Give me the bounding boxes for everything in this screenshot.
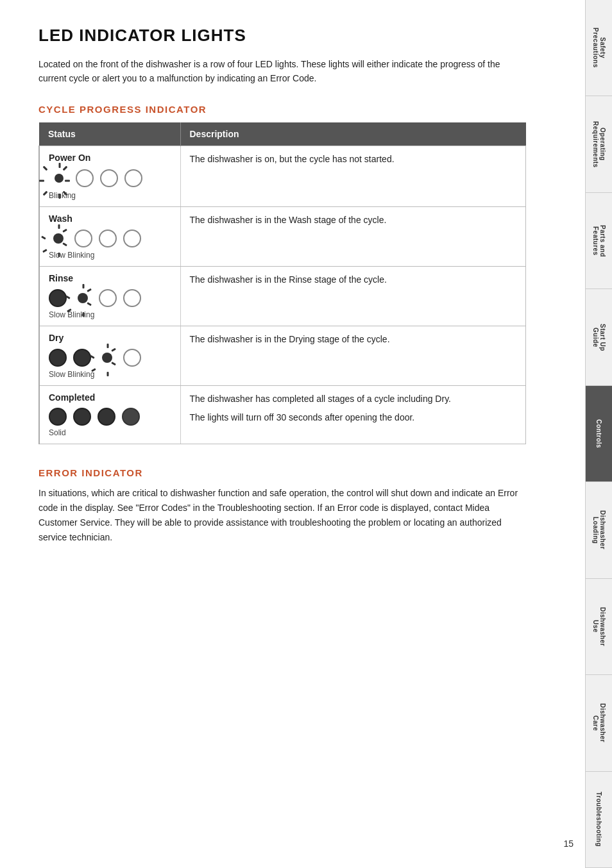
sidebar-tab-troubleshooting[interactable]: Troubleshooting	[585, 772, 612, 868]
led-circle-on	[73, 408, 91, 426]
cycle-section: CYCLE PROGRESS INDICATOR Status Descript…	[38, 104, 526, 444]
table-row: Dry	[39, 326, 526, 385]
intro-text: Located on the front of the dishwasher i…	[38, 57, 526, 86]
sidebar-tab-use-label: DishwasherUse	[592, 607, 606, 646]
col-status-header: Status	[39, 122, 180, 146]
led-circle-off	[74, 230, 92, 247]
sidebar-tab-care-label: DishwasherCare	[592, 703, 606, 742]
sidebar-tab-controls[interactable]: Controls	[585, 386, 612, 482]
cycle-heading: CYCLE PROGRESS INDICATOR	[38, 104, 526, 115]
led-circle-off	[123, 289, 141, 307]
lights-row-completed	[49, 408, 171, 426]
led-slow-blink	[73, 288, 92, 308]
description-cell-wash: The dishwasher is in the Wash stage of t…	[180, 206, 526, 266]
col-description-header: Description	[180, 122, 526, 146]
description-text: The dishwasher is in the Drying stage of…	[190, 333, 517, 347]
led-circle-on	[49, 289, 67, 307]
error-text: In situations, which are critical to dis…	[38, 486, 526, 545]
table-row: Wash	[39, 206, 526, 266]
led-circle-on	[73, 349, 91, 367]
light-label: Slow Blinking	[49, 370, 171, 379]
status-cell-power-on: Power On	[39, 146, 180, 206]
led-circle-off	[122, 408, 140, 426]
status-cell-rinse: Rinse	[39, 266, 180, 326]
sidebar-tab-parts[interactable]: Parts andFeatures	[585, 193, 612, 289]
sidebar-tab-startup-label: Start UpGuide	[592, 324, 606, 351]
description-cell-dry: The dishwasher is in the Drying stage of…	[180, 326, 526, 385]
lights-row-power-on	[49, 168, 171, 188]
sidebar-tab-parts-label: Parts andFeatures	[592, 225, 606, 257]
error-section: ERROR INDICATOR In situations, which are…	[38, 467, 526, 545]
led-circle-off	[99, 230, 117, 247]
indicator-table: Status Description Power On	[38, 122, 526, 444]
page-title: LED INDICATOR LIGHTS	[38, 26, 526, 46]
led-circle-off	[124, 169, 142, 187]
description-cell-rinse: The dishwasher is in the Rinse stage of …	[180, 266, 526, 326]
lights-row-rinse	[49, 288, 171, 308]
sidebar-tab-controls-label: Controls	[595, 419, 602, 448]
table-row: Power On	[39, 146, 526, 206]
description-cell-power-on: The dishwasher is on, but the cycle has …	[180, 146, 526, 206]
sidebar-tab-troubleshooting-label: Troubleshooting	[595, 792, 602, 847]
table-row: Rinse	[39, 266, 526, 326]
light-label: Slow Blinking	[49, 251, 171, 260]
sidebar-tab-operating[interactable]: OperatingRequirements	[585, 96, 612, 192]
status-cell-dry: Dry	[39, 326, 180, 385]
right-sidebar: SafetyPrecautions OperatingRequirements …	[585, 0, 612, 868]
sidebar-tab-loading-label: DishwasherLoading	[592, 510, 606, 549]
sidebar-tab-use[interactable]: DishwasherUse	[585, 579, 612, 675]
led-circle-on	[49, 349, 67, 367]
sidebar-tab-care[interactable]: DishwasherCare	[585, 675, 612, 771]
description-text: The dishwasher is in the Rinse stage of …	[190, 273, 517, 287]
description-text-1: The dishwasher has completed all stages …	[190, 392, 517, 406]
led-circle-on	[98, 408, 115, 426]
page-number: 15	[563, 839, 574, 849]
sidebar-tab-safety-label: SafetyPrecautions	[592, 28, 606, 68]
status-label: Power On	[49, 153, 171, 163]
error-heading: ERROR INDICATOR	[38, 467, 526, 478]
status-label: Completed	[49, 392, 171, 403]
sidebar-tab-safety[interactable]: SafetyPrecautions	[585, 0, 612, 96]
sidebar-tab-startup[interactable]: Start UpGuide	[585, 289, 612, 385]
main-content: LED INDICATOR LIGHTS Located on the fron…	[0, 0, 565, 571]
status-label: Wash	[49, 213, 171, 224]
description-text-2: The lights will turn off 30 seconds afte…	[190, 411, 517, 425]
light-label: Solid	[49, 428, 171, 437]
led-circle-on	[49, 408, 67, 426]
led-circle-off	[123, 349, 141, 367]
status-cell-wash: Wash	[39, 206, 180, 266]
sidebar-tab-operating-label: OperatingRequirements	[592, 121, 606, 168]
light-label: Blinking	[49, 191, 171, 200]
led-circle-off	[99, 289, 117, 307]
description-text: The dishwasher is on, but the cycle has …	[190, 153, 517, 167]
led-circle-off	[100, 169, 118, 187]
status-label: Rinse	[49, 273, 171, 283]
description-cell-completed: The dishwasher has completed all stages …	[180, 385, 526, 444]
led-slow-blink	[98, 348, 117, 367]
led-fast-blink	[49, 168, 69, 188]
led-circle-off	[123, 230, 141, 247]
table-row: Completed Solid The dishwasher has compl…	[39, 385, 526, 444]
status-cell-completed: Completed Solid	[39, 385, 180, 444]
lights-row-wash	[49, 229, 171, 248]
sidebar-tab-loading[interactable]: DishwasherLoading	[585, 482, 612, 578]
lights-row-dry	[49, 348, 171, 367]
led-circle-off	[76, 169, 94, 187]
status-label: Dry	[49, 333, 171, 343]
description-text: The dishwasher is in the Wash stage of t…	[190, 213, 517, 228]
led-slow-blink	[49, 229, 68, 248]
